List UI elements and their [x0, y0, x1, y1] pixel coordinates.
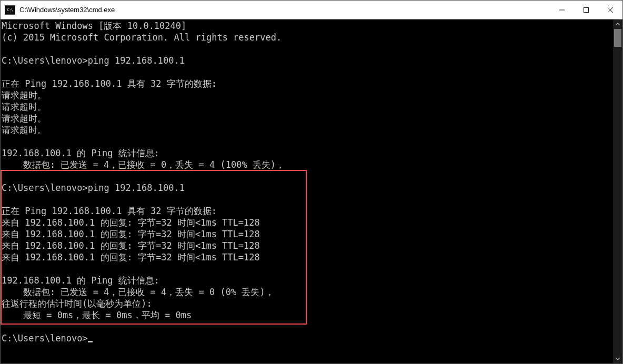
terminal-line: 来自 192.168.100.1 的回复: 字节=32 时间<1ms TTL=1…	[2, 252, 260, 262]
vertical-scrollbar[interactable]	[613, 19, 622, 363]
terminal-line: 正在 Ping 192.168.100.1 具有 32 字节的数据:	[2, 78, 217, 89]
scroll-down-button[interactable]	[613, 354, 622, 363]
terminal-line: 请求超时。	[2, 125, 46, 135]
minimize-button[interactable]	[550, 1, 574, 19]
terminal-prompt: C:\Users\lenovo>	[2, 333, 88, 343]
terminal-line: (c) 2015 Microsoft Corporation. All righ…	[2, 32, 282, 43]
terminal-line: 最短 = 0ms，最长 = 0ms，平均 = 0ms	[2, 310, 192, 320]
scroll-thumb[interactable]	[614, 29, 621, 47]
titlebar[interactable]: C:\Windows\system32\cmd.exe	[1, 1, 622, 19]
scroll-up-button[interactable]	[613, 19, 622, 29]
terminal-output[interactable]: Microsoft Windows [版本 10.0.10240] (c) 20…	[1, 19, 613, 363]
terminal-line: 请求超时。	[2, 90, 46, 100]
scroll-track[interactable]	[613, 29, 622, 354]
cmd-icon	[5, 5, 15, 15]
terminal-line: 来自 192.168.100.1 的回复: 字节=32 时间<1ms TTL=1…	[2, 229, 260, 239]
terminal-line: 请求超时。	[2, 113, 46, 124]
terminal-line: C:\Users\lenovo>ping 192.168.100.1	[2, 183, 185, 193]
terminal-line: 192.168.100.1 的 Ping 统计信息:	[2, 275, 159, 286]
cursor	[88, 341, 93, 342]
window-controls	[550, 1, 622, 19]
terminal-area: Microsoft Windows [版本 10.0.10240] (c) 20…	[1, 19, 622, 363]
terminal-line: C:\Users\lenovo>ping 192.168.100.1	[2, 55, 185, 66]
terminal-line: 数据包: 已发送 = 4，已接收 = 0，丢失 = 4 (100% 丢失)，	[2, 159, 285, 170]
svg-rect-1	[584, 8, 589, 13]
close-button[interactable]	[598, 1, 622, 19]
terminal-line: Microsoft Windows [版本 10.0.10240]	[2, 21, 186, 31]
terminal-line: 192.168.100.1 的 Ping 统计信息:	[2, 148, 159, 158]
terminal-line: 请求超时。	[2, 102, 46, 112]
window-frame: C:\Windows\system32\cmd.exe Microsoft Wi…	[0, 0, 623, 364]
terminal-line: 来自 192.168.100.1 的回复: 字节=32 时间<1ms TTL=1…	[2, 240, 260, 251]
terminal-line: 来自 192.168.100.1 的回复: 字节=32 时间<1ms TTL=1…	[2, 217, 260, 228]
terminal-line: 正在 Ping 192.168.100.1 具有 32 字节的数据:	[2, 206, 217, 216]
terminal-line: 往返行程的估计时间(以毫秒为单位):	[2, 298, 152, 309]
terminal-line: 数据包: 已发送 = 4，已接收 = 4，丢失 = 0 (0% 丢失)，	[2, 287, 274, 297]
window-title: C:\Windows\system32\cmd.exe	[19, 6, 550, 14]
maximize-button[interactable]	[574, 1, 598, 19]
